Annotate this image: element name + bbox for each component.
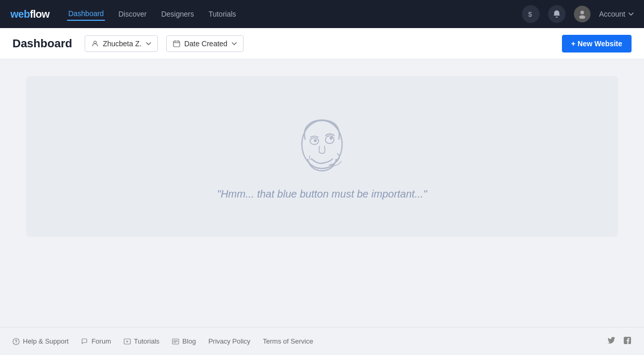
svg-point-3 xyxy=(93,41,96,44)
user-filter-dropdown[interactable]: Zhucbeta Z. xyxy=(85,35,158,52)
forum-icon xyxy=(81,338,88,345)
brand-logo: webflow xyxy=(10,8,49,20)
account-label: Account xyxy=(599,10,625,18)
new-website-button[interactable]: + New Website xyxy=(562,35,632,52)
user-icon xyxy=(578,9,587,19)
user-filter-label: Zhucbeta Z. xyxy=(103,40,142,48)
nav-dashboard[interactable]: Dashboard xyxy=(67,7,105,21)
nav-tutorials[interactable]: Tutorials xyxy=(207,8,237,20)
blog-label: Blog xyxy=(182,337,196,345)
twitter-link[interactable] xyxy=(608,336,616,347)
empty-state-card: "Hmm... that blue button must be importa… xyxy=(26,76,618,237)
privacy-policy-label: Privacy Policy xyxy=(208,337,250,345)
footer-tutorials[interactable]: Tutorials xyxy=(124,337,159,345)
footer-terms-of-service[interactable]: Terms of Service xyxy=(263,337,313,345)
bell-icon xyxy=(553,10,561,18)
troll-face-illustration xyxy=(291,113,353,176)
avatar xyxy=(574,6,591,22)
facebook-link[interactable] xyxy=(623,336,632,347)
svg-text:$: $ xyxy=(528,10,532,18)
chevron-down-icon xyxy=(628,12,634,16)
help-icon xyxy=(12,338,20,345)
footer-forum[interactable]: Forum xyxy=(81,337,111,345)
help-support-label: Help & Support xyxy=(23,337,69,345)
footer-help-support[interactable]: Help & Support xyxy=(12,337,69,345)
nav-discover[interactable]: Discover xyxy=(117,8,147,20)
currency-button[interactable]: $ xyxy=(522,5,540,23)
navbar: webflow Dashboard Discover Designers Tut… xyxy=(0,0,644,28)
svg-point-9 xyxy=(314,139,317,142)
page-title: Dashboard xyxy=(12,37,72,50)
chevron-down-icon xyxy=(232,42,237,45)
blog-icon xyxy=(172,338,179,345)
svg-point-2 xyxy=(579,16,585,19)
calendar-icon xyxy=(173,40,180,47)
nav-designers[interactable]: Designers xyxy=(160,8,195,20)
navbar-right: $ Account xyxy=(522,5,634,23)
svg-point-7 xyxy=(325,136,334,143)
terms-label: Terms of Service xyxy=(263,337,313,345)
toolbar: Dashboard Zhucbeta Z. Date Created + New… xyxy=(0,28,644,59)
account-button[interactable]: Account xyxy=(599,10,634,18)
footer-social xyxy=(608,336,632,347)
dollar-icon: $ xyxy=(527,10,535,18)
chevron-down-icon xyxy=(146,42,151,45)
footer-privacy-policy[interactable]: Privacy Policy xyxy=(208,337,250,345)
svg-point-11 xyxy=(16,343,16,343)
footer: Help & Support Forum Tutorials Blog Priv… xyxy=(0,327,644,355)
footer-blog[interactable]: Blog xyxy=(172,337,196,345)
svg-point-1 xyxy=(581,11,584,15)
facebook-icon xyxy=(623,336,632,345)
svg-point-8 xyxy=(330,137,333,140)
empty-message: "Hmm... that blue button must be importa… xyxy=(217,188,427,200)
twitter-icon xyxy=(608,336,616,345)
tutorials-icon xyxy=(124,338,131,345)
notifications-button[interactable] xyxy=(548,5,566,23)
svg-rect-4 xyxy=(173,41,180,47)
person-icon xyxy=(91,40,99,47)
tutorials-label: Tutorials xyxy=(134,337,159,345)
date-filter-dropdown[interactable]: Date Created xyxy=(166,35,244,52)
date-filter-label: Date Created xyxy=(184,40,227,48)
main-content: "Hmm... that blue button must be importa… xyxy=(0,59,644,293)
forum-label: Forum xyxy=(91,337,111,345)
